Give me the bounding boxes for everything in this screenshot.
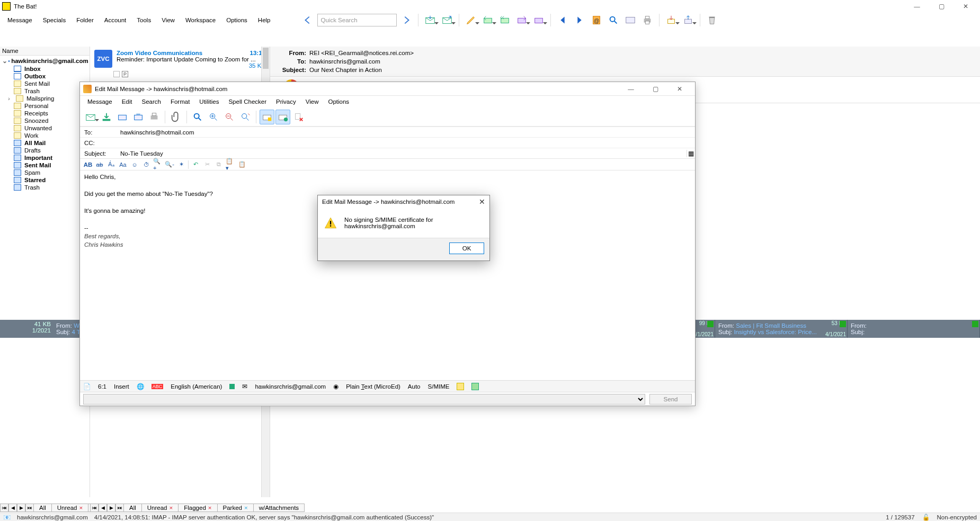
folder-unwanted[interactable]: Unwanted bbox=[0, 124, 90, 132]
folder-sent-mail[interactable]: Sent Mail bbox=[0, 161, 90, 169]
compose-menu-message[interactable]: Message bbox=[83, 97, 117, 106]
compose-maximize-button[interactable]: ▢ bbox=[643, 83, 667, 95]
export-button[interactable] bbox=[681, 13, 696, 28]
history-forward-button[interactable] bbox=[399, 13, 414, 28]
compose-template-select[interactable] bbox=[83, 394, 645, 405]
compose-sign-indicator[interactable] bbox=[457, 383, 464, 390]
fmt-undo[interactable]: ↶ bbox=[191, 160, 200, 169]
fmt-paste[interactable]: 📋▾ bbox=[226, 160, 235, 169]
compose-sign-button[interactable] bbox=[260, 110, 274, 124]
fmt-cut[interactable]: ✂ bbox=[202, 160, 212, 169]
compose-close-button[interactable]: ✕ bbox=[667, 83, 692, 95]
folder-inbox[interactable]: Inbox bbox=[0, 65, 90, 73]
folder-spam[interactable]: Spam bbox=[0, 169, 90, 176]
fmt-zoom-out[interactable]: 🔍- bbox=[165, 160, 174, 169]
compose-send-button[interactable] bbox=[83, 110, 98, 124]
compose-text-format[interactable]: Plain Text (MicroEd) bbox=[346, 383, 400, 390]
menu-tools[interactable]: Tools bbox=[132, 15, 155, 25]
close-button[interactable]: ✕ bbox=[954, 0, 978, 13]
menu-options[interactable]: Options bbox=[222, 15, 252, 25]
fmt-strike[interactable]: ab bbox=[95, 160, 104, 169]
folder-personal[interactable]: Personal bbox=[0, 102, 90, 110]
tab-unread[interactable]: Unread× bbox=[141, 504, 179, 512]
message-item[interactable]: ZVCZoom Video Communications13:11Reminde… bbox=[90, 47, 270, 70]
scrollbar-thumb[interactable] bbox=[263, 48, 269, 69]
compose-save-button[interactable] bbox=[99, 110, 114, 124]
view-source-button[interactable] bbox=[623, 13, 638, 28]
compose-menu-edit[interactable]: Edit bbox=[118, 97, 137, 106]
folder-receipts[interactable]: Receipts bbox=[0, 110, 90, 117]
folder-sent-mail[interactable]: Sent Mail bbox=[0, 80, 90, 87]
fmt-case[interactable]: Aa bbox=[118, 160, 128, 169]
tab-nav-last[interactable]: ⏭ bbox=[25, 504, 34, 512]
delete-button[interactable] bbox=[705, 13, 719, 28]
compose-menu-format[interactable]: Format bbox=[166, 97, 194, 106]
compose-to-field[interactable]: hawkinschris@hotmail.com bbox=[117, 129, 695, 136]
compose-print-button[interactable] bbox=[147, 110, 162, 124]
tab-nav-next[interactable]: ▶ bbox=[107, 504, 115, 512]
tab-flagged[interactable]: Flagged× bbox=[178, 504, 217, 512]
menu-folder[interactable]: Folder bbox=[72, 15, 98, 25]
redirect-button[interactable] bbox=[531, 13, 546, 28]
address-book-button[interactable]: @ bbox=[589, 13, 604, 28]
reply-button[interactable] bbox=[480, 13, 495, 28]
menu-workspace[interactable]: Workspace bbox=[181, 15, 220, 25]
compose-minimize-button[interactable]: — bbox=[619, 83, 643, 95]
print-button[interactable] bbox=[640, 13, 655, 28]
open-message-card[interactable]: From: Subj: bbox=[848, 320, 980, 338]
next-button[interactable] bbox=[572, 13, 587, 28]
message-flags[interactable]: P bbox=[90, 70, 270, 80]
compose-confirm-button[interactable] bbox=[238, 110, 253, 124]
folder-drafts[interactable]: Drafts bbox=[0, 147, 90, 154]
tab-parked[interactable]: Parked× bbox=[217, 504, 254, 512]
tab-nav-next[interactable]: ▶ bbox=[17, 504, 25, 512]
compose-auto[interactable]: Auto bbox=[408, 383, 421, 390]
dialog-ok-button[interactable]: OK bbox=[449, 242, 484, 254]
fmt-super[interactable]: A̍ₐ bbox=[106, 160, 116, 169]
compose-subject-field[interactable]: No-Tie Tuesday bbox=[117, 150, 687, 157]
compose-menu-utilities[interactable]: Utilities bbox=[195, 97, 223, 106]
compose-menu-search[interactable]: Search bbox=[138, 97, 165, 106]
tab-nav-prev[interactable]: ◀ bbox=[99, 504, 107, 512]
fmt-special[interactable]: ✶ bbox=[176, 160, 186, 169]
tab-nav-first[interactable]: ⏮ bbox=[0, 504, 8, 512]
compose-encrypt-indicator[interactable] bbox=[471, 383, 479, 390]
compose-spell-icon[interactable]: ABC bbox=[152, 384, 164, 389]
compose-cancel-sign-button[interactable] bbox=[291, 110, 306, 124]
compose-send-action[interactable]: Send bbox=[649, 394, 692, 405]
dialog-close-button[interactable]: ✕ bbox=[479, 197, 485, 206]
fmt-insert-time[interactable]: ⏱ bbox=[141, 160, 151, 169]
folder-starred[interactable]: Starred bbox=[0, 176, 90, 184]
forward-button[interactable] bbox=[514, 13, 529, 28]
compose-spellcheck-button[interactable] bbox=[190, 110, 205, 124]
compose-menu-options[interactable]: Options bbox=[324, 97, 353, 106]
tab-nav-last[interactable]: ⏭ bbox=[115, 504, 124, 512]
folder-work[interactable]: Work bbox=[0, 132, 90, 139]
compose-subject-menu[interactable]: ▦ bbox=[687, 150, 695, 157]
minimize-button[interactable]: — bbox=[905, 0, 929, 13]
tree-header[interactable]: Name bbox=[0, 47, 90, 56]
fmt-zoom-in[interactable]: 🔍+ bbox=[153, 160, 163, 169]
account-node[interactable]: ⌄ hawkinsrchris@gmail.com bbox=[0, 57, 90, 65]
menu-message[interactable]: Message bbox=[3, 15, 37, 25]
send-mail-button[interactable] bbox=[440, 13, 455, 28]
import-button[interactable] bbox=[664, 13, 679, 28]
menu-view[interactable]: View bbox=[157, 15, 179, 25]
menu-account[interactable]: Account bbox=[100, 15, 131, 25]
compose-lang-icon[interactable]: 🌐 bbox=[137, 383, 144, 390]
history-back-button[interactable] bbox=[300, 13, 315, 28]
fmt-copy[interactable]: ⧉ bbox=[214, 160, 224, 169]
new-message-button[interactable] bbox=[464, 13, 478, 28]
prev-button[interactable] bbox=[555, 13, 570, 28]
get-mail-button[interactable] bbox=[423, 13, 438, 28]
reply-all-button[interactable] bbox=[497, 13, 512, 28]
folder-important[interactable]: Important bbox=[0, 154, 90, 161]
compose-menu-view[interactable]: View bbox=[301, 97, 323, 106]
compose-account[interactable]: hawkinsrchris@gmail.com bbox=[255, 383, 326, 390]
compose-encrypt-button[interactable] bbox=[275, 110, 290, 124]
compose-draft-button[interactable] bbox=[131, 110, 146, 124]
tab-nav-prev[interactable]: ◀ bbox=[8, 504, 17, 512]
menu-specials[interactable]: Specials bbox=[39, 15, 70, 25]
compose-menu-privacy[interactable]: Privacy bbox=[272, 97, 300, 106]
menu-help[interactable]: Help bbox=[254, 15, 275, 25]
